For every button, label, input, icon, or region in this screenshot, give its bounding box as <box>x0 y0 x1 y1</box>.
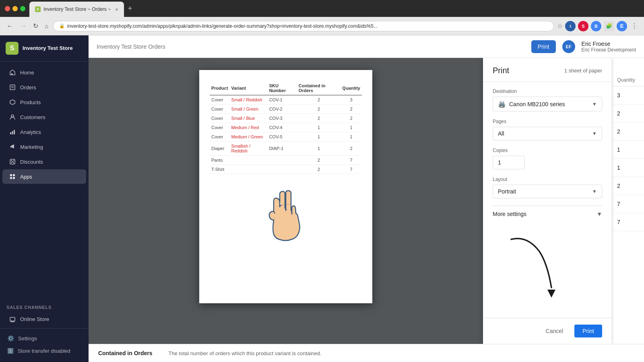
more-settings-label: More settings <box>493 211 526 217</box>
sidebar-settings[interactable]: ⚙️ Settings <box>2 332 86 345</box>
cell-qty: 1 <box>341 123 362 132</box>
col-header-variant: Variant <box>230 81 268 95</box>
top-print-button[interactable]: Print <box>531 40 556 53</box>
sidebar-item-discounts[interactable]: Discounts <box>2 154 86 169</box>
sidebar-item-analytics[interactable]: Analytics <box>2 125 86 139</box>
sidebar-item-label: Analytics <box>20 129 41 135</box>
bg-qty-row: 7 <box>612 195 644 213</box>
sidebar-item-label: Customers <box>20 114 45 120</box>
company-name: Eric Froese Development <box>582 47 636 53</box>
more-settings[interactable]: More settings ▼ <box>493 206 602 222</box>
print-table-row: Cover Medium / Green COV-5 1 1 <box>210 132 362 142</box>
cell-orders: 1 <box>297 132 341 142</box>
print-dialog-title: Print <box>493 66 509 75</box>
breadcrumb: Inventory Test Store Orders <box>97 43 165 50</box>
sidebar-store-transfer[interactable]: ℹ️ Store transfer disabled <box>2 345 86 357</box>
cell-orders: 1 <box>297 123 341 132</box>
bg-qty-row: 2 <box>612 177 644 195</box>
sidebar-item-apps[interactable]: Apps <box>2 169 86 184</box>
print-dialog-body: Destination 🖨️ Canon MB2100 series ▼ Pag… <box>483 82 612 318</box>
cell-qty: 2 <box>341 105 362 114</box>
svg-rect-0 <box>11 73 12 75</box>
cell-sku: COV-2 <box>268 105 297 114</box>
tab-favicon: S <box>35 6 41 12</box>
col-header-product: Product <box>210 81 230 95</box>
traffic-light-red[interactable] <box>5 6 10 11</box>
ext-e-icon[interactable]: E <box>617 21 627 31</box>
cell-variant: Smallish / Reddish <box>230 142 268 156</box>
star-icon[interactable]: ☆ <box>557 22 563 30</box>
ext-red-icon[interactable]: S <box>578 21 588 31</box>
print-table-row: Cover Medium / Red COV-4 1 1 <box>210 123 362 132</box>
cell-sku <box>268 165 297 174</box>
copies-field: Copies <box>493 148 602 169</box>
printer-icon: 🖨️ <box>498 100 506 108</box>
sidebar-item-home[interactable]: Home <box>2 65 86 80</box>
print-button[interactable]: Print <box>574 325 602 337</box>
cancel-button[interactable]: Cancel <box>539 325 570 337</box>
copies-input[interactable] <box>493 156 525 169</box>
sidebar-item-products[interactable]: Products <box>2 95 86 109</box>
cell-sku: COV-3 <box>268 114 297 123</box>
sidebar-item-customers[interactable]: Customers <box>2 110 86 124</box>
ext-puzzle-icon[interactable]: 🧩 <box>604 21 614 31</box>
ext-blue-icon[interactable]: B <box>591 21 601 31</box>
cell-qty: 7 <box>341 165 362 174</box>
traffic-light-yellow[interactable] <box>12 6 18 11</box>
back-button[interactable]: ← <box>5 21 15 32</box>
home-button[interactable]: ⌂ <box>43 21 50 31</box>
cell-qty: 2 <box>341 114 362 123</box>
orders-icon <box>9 84 16 91</box>
user-name: Eric Froese <box>582 41 636 47</box>
bg-qty-row: 2 <box>612 123 644 141</box>
traffic-light-green[interactable] <box>20 6 25 11</box>
pages-select[interactable]: All ▼ <box>493 127 602 140</box>
col-header-qty: Quantity <box>341 81 362 95</box>
bg-table: Quantity 3 2 2 1 1 2 7 7 <box>612 58 644 344</box>
cell-variant: Medium / Green <box>230 132 268 142</box>
sidebar-store-header[interactable]: S Inventory Test Store <box>0 35 89 62</box>
bg-qty-row: 1 <box>612 159 644 177</box>
user-info: Eric Froese Eric Froese Development <box>582 41 636 53</box>
layout-arrow-icon: ▼ <box>592 189 597 194</box>
new-tab-button[interactable]: + <box>125 3 136 14</box>
print-table-row: T-Shirt 2 7 <box>210 165 362 174</box>
browser-chrome: S Inventory Test Store ~ Orders ~ × + <box>0 0 644 17</box>
print-preview-overlay: Product Variant SKU Number Contained in … <box>89 58 612 344</box>
sidebar-item-marketing[interactable]: Marketing <box>2 140 86 154</box>
sheets-info: 1 sheet of paper <box>564 68 602 74</box>
reload-button[interactable]: ↻ <box>31 21 40 31</box>
bottom-info-title: Contained in Orders <box>98 350 153 356</box>
cell-variant: Medium / Red <box>230 123 268 132</box>
svg-point-9 <box>11 160 12 161</box>
more-options-icon[interactable]: ⋮ <box>630 22 639 30</box>
sidebar-item-online-store[interactable]: Online Store <box>2 312 86 326</box>
print-table-row: Cover Small / Reddish COV-1 2 3 <box>210 95 362 105</box>
ext-shopify-icon[interactable]: 1 <box>565 21 576 31</box>
sidebar-footer: ⚙️ Settings ℹ️ Store transfer disabled <box>0 328 89 362</box>
sidebar-item-label: Home <box>20 70 34 76</box>
bottom-info-bar: Contained in Orders The total number of … <box>89 344 644 362</box>
discounts-icon <box>9 158 16 165</box>
layout-field: Layout Portrait ▼ <box>493 177 602 198</box>
tab-close-icon[interactable]: × <box>115 6 118 12</box>
traffic-lights <box>5 6 25 11</box>
destination-label: Destination <box>493 88 602 94</box>
svg-rect-16 <box>13 177 15 179</box>
sidebar-item-orders[interactable]: Orders <box>2 80 86 95</box>
bg-qty-row: 2 <box>612 105 644 123</box>
layout-select[interactable]: Portrait ▼ <box>493 185 602 198</box>
cell-product: Cover <box>210 114 230 123</box>
active-tab[interactable]: S Inventory Test Store ~ Orders ~ × <box>29 2 124 17</box>
svg-rect-17 <box>10 317 15 321</box>
cell-orders: 2 <box>297 165 341 174</box>
cell-sku: DIAP-1 <box>268 142 297 156</box>
forward-button[interactable]: → <box>18 21 28 32</box>
store-name: Inventory Test Store <box>23 45 73 52</box>
url-bar[interactable]: 🔒 inventory-test-store.myshopify.com/adm… <box>53 21 554 31</box>
col-header-sku: SKU Number <box>268 81 297 95</box>
destination-select[interactable]: 🖨️ Canon MB2100 series ▼ <box>493 97 602 111</box>
customers-icon <box>9 113 16 121</box>
print-table-row: Cover Small / Blue COV-3 2 2 <box>210 114 362 123</box>
svg-rect-8 <box>14 130 15 134</box>
